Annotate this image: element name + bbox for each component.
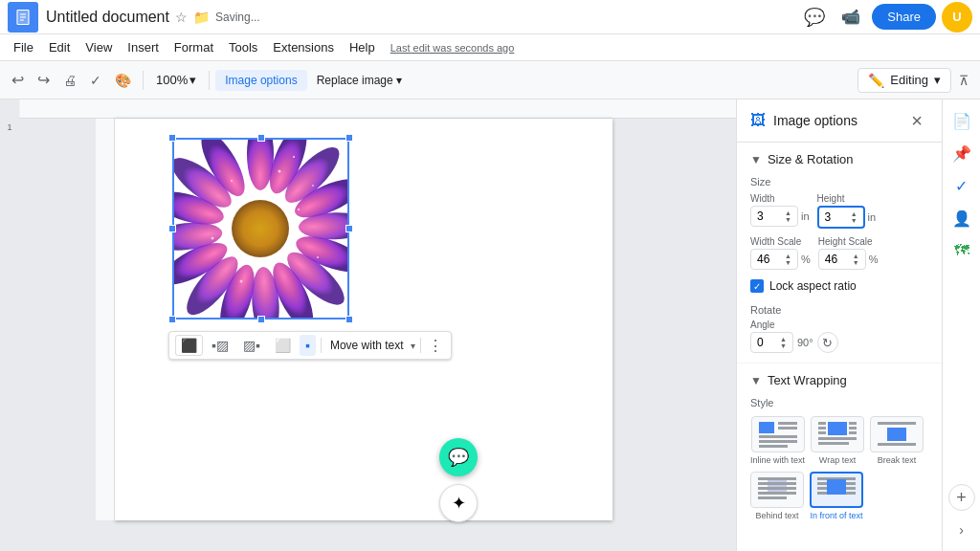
handle-tl[interactable] — [168, 134, 176, 142]
image-container[interactable]: ⬛ ▪▨ ▨▪ ⬜ ▪ Move with text ▾ ⋮ — [172, 138, 349, 320]
menu-help[interactable]: Help — [342, 37, 383, 57]
width-scale-input[interactable]: 46 ▲ ▼ — [750, 249, 798, 270]
wrap-option-front[interactable]: In front of text — [810, 472, 863, 521]
svg-rect-42 — [818, 431, 826, 434]
rotate-label: Rotate — [750, 304, 928, 316]
svg-rect-41 — [818, 427, 826, 430]
height-scale-input[interactable]: 46 ▲ ▼ — [818, 249, 866, 270]
width-scale-label: Width Scale — [750, 236, 811, 247]
width-unit: in — [801, 210, 810, 222]
lock-aspect-checkbox[interactable]: ✓ — [750, 279, 764, 293]
flower-image — [172, 138, 349, 320]
width-label: Width — [750, 193, 810, 204]
move-with-text-btn[interactable]: Move with text — [326, 337, 408, 354]
menu-tools[interactable]: Tools — [221, 37, 265, 57]
contacts-icon[interactable]: 👤 — [948, 205, 975, 231]
height-input[interactable]: 3 ▲ ▼ — [817, 206, 865, 229]
image-options-btn[interactable]: Image options — [215, 70, 306, 91]
share-button[interactable]: Share — [872, 4, 936, 30]
behind-text-label: Behind text — [755, 511, 798, 521]
svg-point-29 — [245, 161, 247, 163]
undo-btn[interactable]: ↩ — [6, 67, 30, 93]
svg-rect-35 — [778, 427, 797, 430]
handle-tr[interactable] — [345, 134, 353, 142]
text-wrapping-header[interactable]: ▼ Text Wrapping — [750, 373, 928, 387]
svg-point-28 — [293, 156, 295, 158]
svg-rect-56 — [758, 496, 787, 499]
handle-bm[interactable] — [257, 316, 265, 323]
wrap-option-wrap[interactable]: Wrap text — [811, 416, 864, 466]
size-rotation-header[interactable]: ▼ Size & Rotation — [750, 152, 928, 166]
svg-rect-38 — [759, 445, 788, 448]
wrap-right-btn[interactable]: ▨▪ — [237, 335, 266, 356]
rotate-clockwise-btn[interactable]: ↻ — [817, 332, 838, 353]
style-label: Style — [750, 397, 928, 408]
collapse-btn[interactable]: ⊼ — [953, 69, 974, 92]
menu-view[interactable]: View — [78, 37, 120, 57]
panel-header: 🖼 Image options × — [737, 99, 942, 143]
wrap-option-inline[interactable]: Inline with text — [750, 416, 805, 466]
svg-rect-39 — [828, 422, 847, 435]
handle-br[interactable] — [345, 316, 353, 323]
svg-rect-50 — [878, 443, 916, 446]
menu-extensions[interactable]: Extensions — [265, 37, 342, 57]
menu-edit[interactable]: Edit — [41, 37, 78, 57]
close-panel-btn[interactable]: × — [905, 109, 928, 132]
handle-tm[interactable] — [257, 134, 265, 142]
menu-insert[interactable]: Insert — [120, 37, 167, 57]
front-text-label: In front of text — [810, 511, 862, 521]
comment-icon-btn[interactable]: 💬 — [799, 2, 830, 33]
svg-rect-33 — [759, 422, 774, 433]
svg-point-23 — [231, 180, 233, 182]
zoom-control[interactable]: 100%▾ — [149, 69, 203, 91]
document-title[interactable]: Untitled document — [46, 9, 169, 26]
handle-mr[interactable] — [345, 225, 353, 232]
wrap-inline-btn[interactable]: ⬛ — [175, 335, 203, 356]
editing-mode-btn[interactable]: ✏️ Editing ▾ — [858, 68, 951, 93]
replace-image-btn[interactable]: Replace image▾ — [309, 70, 410, 91]
wrap-option-break[interactable]: Break text — [870, 416, 924, 466]
menu-file[interactable]: File — [6, 37, 41, 57]
paint-btn[interactable]: 🎨 — [109, 69, 137, 92]
width-input[interactable]: 3 ▲ ▼ — [750, 206, 798, 227]
left-sidebar: 1 — [0, 99, 19, 551]
meet-icon-btn[interactable]: 📹 — [835, 2, 866, 33]
text-wrapping-section: ▼ Text Wrapping Style — [737, 364, 942, 531]
folder-icon[interactable]: 📁 — [193, 10, 210, 25]
svg-point-31 — [232, 200, 289, 257]
print-btn[interactable]: 🖨 — [57, 69, 82, 92]
wrap-left-btn[interactable]: ▪▨ — [206, 335, 234, 356]
keep-icon[interactable]: 📌 — [948, 140, 975, 166]
wrap-full-btn[interactable]: ⬜ — [269, 335, 297, 356]
expand-panel-btn[interactable]: › — [948, 517, 975, 543]
lock-aspect-label: Lock aspect ratio — [769, 279, 857, 293]
star-icon[interactable]: ☆ — [175, 10, 188, 25]
lock-aspect-row[interactable]: ✓ Lock aspect ratio — [750, 279, 928, 293]
docs-icon[interactable]: 📄 — [948, 107, 975, 134]
handle-bl[interactable] — [168, 316, 176, 323]
angle-input[interactable]: 0 ▲ ▼ — [750, 332, 793, 353]
chevron-down-icon-2: ▼ — [750, 374, 762, 387]
menu-format[interactable]: Format — [167, 37, 221, 57]
chat-fab[interactable]: 💬 — [439, 438, 478, 476]
svg-rect-40 — [818, 422, 826, 425]
tasks-icon[interactable]: ✓ — [948, 172, 975, 199]
more-options-btn[interactable]: ⋮ — [426, 337, 445, 355]
wrap-front-btn[interactable]: ▪ — [300, 335, 316, 356]
svg-rect-61 — [827, 479, 846, 495]
explore-fab[interactable]: ✦ — [439, 484, 478, 522]
add-icon[interactable]: + — [948, 484, 975, 511]
user-avatar[interactable]: U — [942, 2, 972, 33]
width-scale-unit: % — [801, 253, 811, 265]
handle-ml[interactable] — [168, 225, 176, 232]
spellcheck-btn[interactable]: ✓ — [84, 69, 107, 92]
panel-title: Image options — [773, 113, 858, 128]
maps-icon[interactable]: 🗺 — [948, 237, 975, 264]
app-icon — [8, 2, 38, 33]
image-inline-toolbar: ⬛ ▪▨ ▨▪ ⬜ ▪ Move with text ▾ ⋮ — [168, 331, 452, 360]
redo-btn[interactable]: ↪ — [32, 67, 56, 93]
height-scale-unit: % — [869, 253, 879, 265]
wrap-option-behind[interactable]: Behind text — [750, 472, 804, 521]
size-rotation-title: Size & Rotation — [768, 152, 854, 166]
panel-icon: 🖼 — [750, 112, 766, 129]
